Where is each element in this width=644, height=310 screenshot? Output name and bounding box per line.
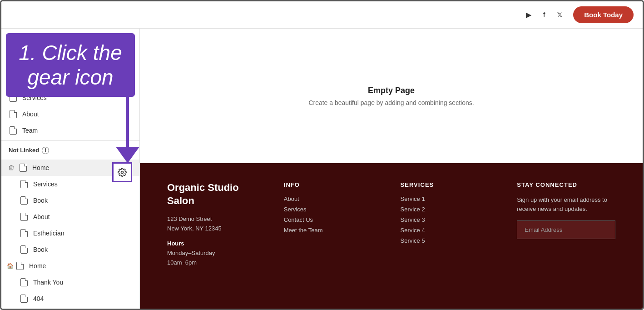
sidebar-item-misc-pages[interactable]: ⊡ Misc Pages ∨ <box>1 307 139 309</box>
gear-icon-box[interactable] <box>112 162 132 182</box>
page-icon <box>20 245 29 254</box>
page-icon <box>20 229 29 238</box>
twitter-icon[interactable]: 𝕏 <box>555 10 564 20</box>
empty-page-title: Empty Page <box>368 86 415 95</box>
arrow-line <box>126 97 129 147</box>
page-icon <box>20 294 29 303</box>
footer-address: 123 Demo Street New York, NY 12345 <box>167 215 266 234</box>
sidebar-item-label: Thank You <box>33 279 63 286</box>
delete-icon[interactable] <box>7 163 16 172</box>
email-input[interactable] <box>517 220 615 239</box>
top-bar: ▶ f 𝕏 Book Today <box>1 1 643 29</box>
instruction-banner: 1. Click the gear icon <box>6 33 135 97</box>
book-today-button[interactable]: Book Today <box>573 6 634 23</box>
footer-services-col: SERVICES Service 1 Service 2 Service 3 S… <box>401 181 499 295</box>
footer-address-line2: New York, NY 12345 <box>167 225 222 232</box>
main-area: Empty Page Create a beautiful page by ad… <box>140 29 643 309</box>
footer-grid: Organic Studio Salon 123 Demo Street New… <box>167 181 615 295</box>
footer-info-col: INFO About Services Contact Us Meet the … <box>284 181 382 295</box>
footer-brand-col: Organic Studio Salon 123 Demo Street New… <box>167 181 266 295</box>
sidebar-item-label: Esthetician <box>33 230 64 237</box>
page-icon <box>19 163 28 172</box>
sidebar-item-label: Book <box>33 197 48 204</box>
arrow-annotation <box>116 97 139 163</box>
footer-link-services[interactable]: Services <box>284 206 382 213</box>
page-icon <box>20 212 29 221</box>
page-icon <box>9 126 18 135</box>
social-links: ▶ f 𝕏 <box>524 10 564 20</box>
sidebar-item-book2[interactable]: Book <box>1 241 139 258</box>
footer-hours-line1: Monday–Saturday <box>167 250 215 256</box>
sidebar-item-thank-you[interactable]: Thank You <box>1 274 139 290</box>
page-icon <box>15 261 25 270</box>
footer-services-title: SERVICES <box>401 181 499 188</box>
sidebar: 1. Click the gear icon <box>1 29 140 309</box>
youtube-icon[interactable]: ▶ <box>524 10 533 20</box>
footer-link-service3[interactable]: Service 3 <box>401 216 499 223</box>
sidebar-item-esthetician[interactable]: Esthetician <box>1 225 139 241</box>
facebook-icon[interactable]: f <box>540 10 549 20</box>
footer-link-service4[interactable]: Service 4 <box>401 227 499 234</box>
svg-point-0 <box>121 171 124 174</box>
sidebar-item-label: Home <box>29 262 46 270</box>
arrow-head <box>116 147 139 163</box>
sidebar-item-404[interactable]: 404 <box>1 290 139 307</box>
footer-link-about[interactable]: About <box>284 195 382 202</box>
footer-link-service2[interactable]: Service 2 <box>401 206 499 213</box>
empty-page-subtitle: Create a beautiful page by adding and co… <box>308 99 474 106</box>
footer-link-contact[interactable]: Contact Us <box>284 216 382 223</box>
empty-page-section: Empty Page Create a beautiful page by ad… <box>140 29 643 163</box>
footer-link-team[interactable]: Meet the Team <box>284 227 382 234</box>
footer-link-service5[interactable]: Service 5 <box>401 237 499 244</box>
sidebar-item-label: About <box>33 213 50 220</box>
footer-brand-name: Organic Studio Salon <box>167 181 266 207</box>
sidebar-item-label: Book <box>33 246 48 253</box>
main-layout: 1. Click the gear icon <box>1 29 643 309</box>
sidebar-item-label: 404 <box>33 295 44 302</box>
footer-hours-line2: 10am–6pm <box>167 259 197 266</box>
footer-hours-label: Hours <box>167 240 266 247</box>
info-icon: i <box>42 147 49 154</box>
gear-icon <box>118 168 127 177</box>
page-icon <box>9 110 18 119</box>
sidebar-item-label: Home <box>32 164 49 171</box>
footer: Organic Studio Salon 123 Demo Street New… <box>140 163 643 309</box>
footer-link-service1[interactable]: Service 1 <box>401 195 499 202</box>
sidebar-item-book[interactable]: Book <box>1 192 139 209</box>
page-icon <box>20 278 29 287</box>
home-house-icon: 🏠 <box>7 263 14 269</box>
sidebar-item-about[interactable]: About <box>1 209 139 225</box>
footer-info-title: INFO <box>284 181 382 188</box>
instruction-text: 1. Click the gear icon <box>17 40 124 90</box>
sidebar-item-home2[interactable]: 🏠 Home <box>1 258 139 274</box>
footer-address-line1: 123 Demo Street <box>167 215 212 222</box>
page-icon <box>20 180 29 189</box>
sidebar-item-label: Services <box>33 180 58 188</box>
sidebar-item-label: About <box>22 110 39 118</box>
sidebar-item-label: Team <box>22 127 38 134</box>
footer-signup-text: Sign up with your email address to recei… <box>517 195 615 213</box>
page-icon <box>20 196 29 205</box>
footer-hours: Monday–Saturday 10am–6pm <box>167 249 266 268</box>
footer-stay-connected-col: STAY CONNECTED Sign up with your email a… <box>517 181 615 295</box>
not-linked-label: Not Linked <box>9 147 39 154</box>
footer-stay-connected-title: STAY CONNECTED <box>517 181 615 188</box>
